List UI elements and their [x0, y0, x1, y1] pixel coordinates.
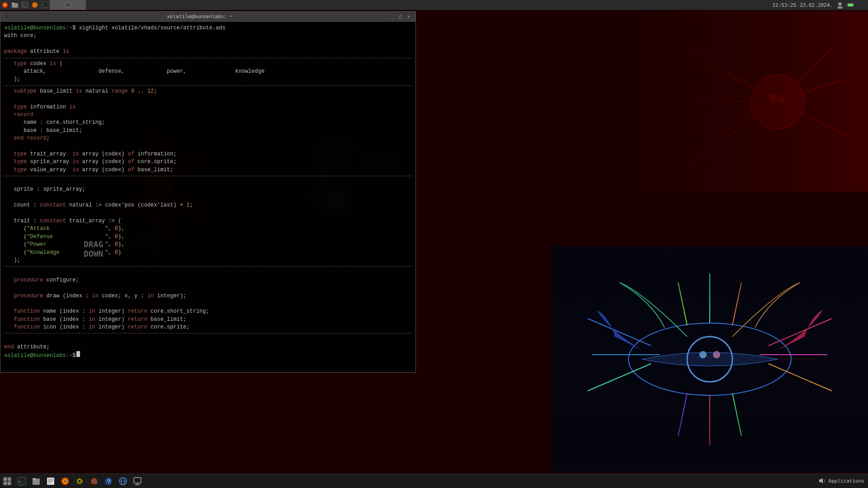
command-line: xolatile@bunsenlabs:~$ xighlight xolatil… — [4, 24, 412, 32]
clock: 12:53:25 — [772, 2, 796, 8]
code-type-info: type information is — [4, 103, 412, 111]
code-type-codex: type codex is ( — [4, 60, 412, 68]
code-trait-end: ); — [4, 257, 412, 264]
terminal-window-controls[interactable] — [4, 14, 10, 20]
svg-rect-52 — [552, 246, 868, 472]
code-codex-values: attack, defense, power, knowledge — [4, 68, 412, 75]
separator3 — [4, 176, 412, 176]
svg-rect-99 — [134, 478, 141, 483]
code-base-field: base : base_limit; — [4, 127, 412, 135]
code-function-name: function name (index : in integer) retur… — [4, 308, 412, 315]
code-defense: ("Defense ", 0), — [4, 233, 412, 241]
code-attack: ("Attack ", 0), — [4, 225, 412, 233]
svg-point-14 — [837, 6, 843, 9]
empty-line3 — [4, 142, 412, 150]
code-end-record: end record; — [4, 135, 412, 142]
svg-text:>_: >_ — [19, 479, 24, 484]
terminal-taskbar-icon[interactable]: >_ — [15, 475, 28, 488]
svg-text:>_: >_ — [66, 4, 70, 7]
terminal-body[interactable]: xolatile@bunsenlabs:~$ xighlight xolatil… — [0, 22, 415, 372]
colorful-creature-background — [552, 246, 868, 472]
code-trait-const: trait : constant trait_array := ( — [4, 217, 412, 225]
terminal-title: xolatile@bunsenlabs: ~ — [10, 14, 389, 19]
empty-line8 — [4, 284, 412, 292]
svg-text:>_: >_ — [23, 4, 27, 7]
separator4 — [4, 266, 412, 267]
close-button[interactable]: × — [406, 14, 412, 20]
battery-icon — [847, 1, 854, 9]
empty-line9 — [4, 300, 412, 308]
taskbar-top: >_ >_ >_ 12:53:25 23.02.2024. — [0, 0, 868, 10]
svg-rect-75 — [4, 478, 7, 481]
code-procedure-draw: procedure draw (index : in codex; x, y :… — [4, 292, 412, 300]
svg-rect-16 — [853, 5, 854, 5]
code-name-field: name : core.short_string; — [4, 119, 412, 127]
folder-icon[interactable] — [10, 0, 20, 10]
svg-point-90 — [78, 479, 81, 483]
code-value-array: type value_array is array (codex) of bas… — [4, 166, 412, 174]
dark-creature-background — [642, 11, 868, 192]
firefox-taskbar-icon[interactable] — [59, 475, 71, 488]
terminal2-icon[interactable]: >_ — [40, 0, 50, 10]
start-button[interactable] — [1, 475, 14, 488]
files-taskbar-icon[interactable] — [30, 475, 42, 488]
svg-point-1 — [4, 4, 6, 6]
web-taskbar-icon[interactable] — [117, 475, 129, 488]
svg-rect-76 — [8, 478, 11, 481]
svg-point-8 — [34, 5, 36, 6]
empty-line5 — [4, 194, 412, 202]
svg-text:): ) — [823, 479, 825, 483]
firefox-icon[interactable] — [30, 0, 40, 10]
empty-line6 — [4, 210, 412, 217]
code-end-attribute: end attribute; — [4, 343, 412, 351]
separator5 — [4, 333, 412, 333]
svg-rect-82 — [33, 478, 36, 480]
code-trait-array: type trait_array is array (codex) of inf… — [4, 150, 412, 158]
clock-area: 12:53:25 23.02.2024. — [772, 0, 854, 10]
empty-line10 — [4, 335, 412, 343]
user-icon — [836, 1, 844, 9]
code-subtype: subtype base_limit is natural range 0 ..… — [4, 88, 412, 95]
svg-rect-78 — [8, 482, 11, 485]
separator1 — [4, 58, 412, 58]
final-prompt: xolatile@bunsenlabs:~$ — [4, 351, 412, 360]
svg-rect-17 — [848, 4, 853, 6]
svg-marker-102 — [819, 478, 823, 483]
empty-line1 — [4, 40, 412, 48]
svg-point-89 — [64, 480, 66, 482]
svg-rect-77 — [4, 482, 7, 485]
cursor — [76, 351, 80, 357]
package-line: package attribute is — [4, 48, 412, 56]
volume-icon[interactable]: ) — [818, 477, 825, 484]
applications-label[interactable]: Applications — [829, 478, 864, 484]
with-line: with core; — [4, 32, 412, 40]
terminal-control-buttons[interactable]: _ □ × — [389, 14, 412, 20]
code-function-icon: function icon (index : in integer) retur… — [4, 324, 412, 331]
maximize-button[interactable]: □ — [397, 14, 404, 20]
terminal-icon[interactable]: >_ — [20, 0, 30, 10]
taskbar-bottom: >_ 🐾 ? ) Applications — [0, 474, 868, 488]
empty-line4 — [4, 178, 412, 186]
svg-rect-34 — [642, 11, 868, 192]
extras-taskbar-icon[interactable]: 🐾 — [88, 475, 100, 488]
minimize-button[interactable]: _ — [389, 14, 396, 20]
svg-rect-73 — [5, 14, 10, 19]
help-taskbar-icon[interactable]: ? — [102, 475, 115, 488]
svg-text:?: ? — [107, 479, 110, 485]
terminal-window: xolatile@bunsenlabs: ~ _ □ × xolatile@bu… — [0, 11, 416, 373]
bunsen-icon[interactable] — [0, 0, 10, 10]
drag-down-label: DRAGDOWN — [84, 239, 103, 258]
code-sprite-var: sprite : sprite_array; — [4, 186, 412, 193]
svg-rect-83 — [47, 478, 54, 485]
svg-rect-3 — [12, 3, 14, 4]
bottom-right-area: ) Applications — [818, 474, 864, 488]
date: 23.02.2024. — [800, 2, 833, 8]
text-taskbar-icon[interactable] — [44, 475, 57, 488]
svg-text:>_: >_ — [42, 4, 47, 7]
code-function-base: function base (index : in integer) retur… — [4, 316, 412, 324]
system-taskbar-icon[interactable] — [131, 475, 144, 488]
active-terminal-button[interactable]: >_ — [50, 0, 86, 10]
code-knowledge: ("Knowledge ", 0) — [4, 249, 412, 257]
settings-taskbar-icon[interactable] — [73, 475, 86, 488]
code-record-start: record — [4, 111, 412, 119]
